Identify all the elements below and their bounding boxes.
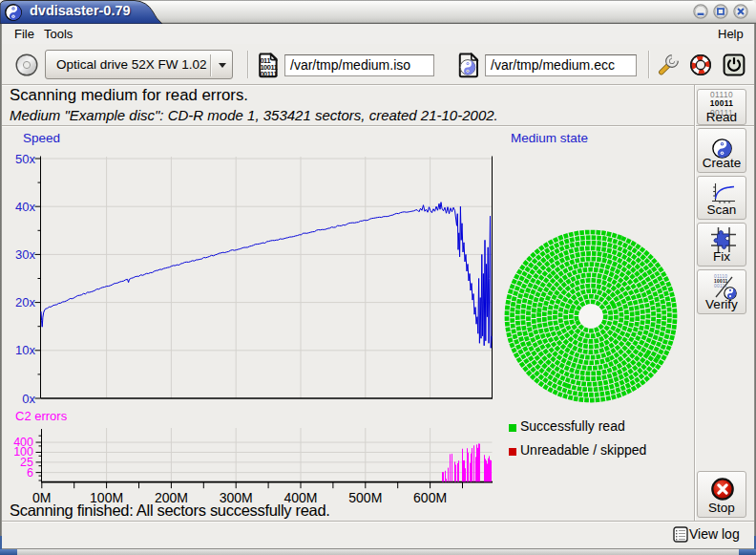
svg-text:50x: 50x (15, 152, 35, 166)
svg-text:10x: 10x (15, 343, 35, 357)
svg-text:00111: 00111 (260, 70, 277, 78)
svg-text:600M: 600M (413, 490, 447, 505)
svg-text:40x: 40x (15, 200, 35, 214)
svg-text:20x: 20x (15, 295, 35, 310)
svg-text:30x: 30x (15, 247, 35, 262)
svg-text:6: 6 (27, 466, 33, 480)
svg-text:0x: 0x (22, 392, 35, 406)
svg-text:500M: 500M (348, 490, 382, 505)
